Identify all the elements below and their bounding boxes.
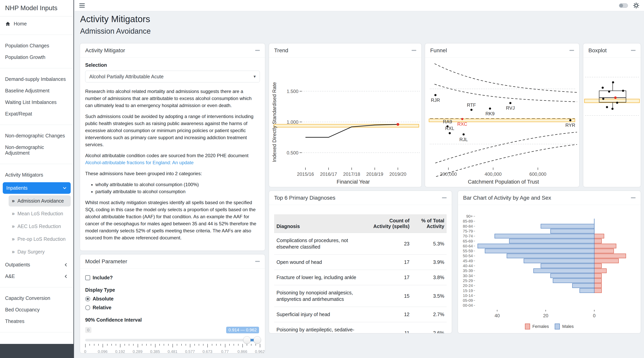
slider-tick	[160, 344, 160, 346]
svg-text:05-09: 05-09	[463, 298, 473, 303]
phe-document-link[interactable]: Alcohol-attributable fractions for Engla…	[85, 160, 194, 165]
slider-ticks: 00.0960.1920.2890.3850.4810.5770.6730.77…	[85, 344, 260, 353]
radio-relative[interactable]	[85, 305, 90, 310]
slider-tick	[260, 344, 260, 348]
svg-text:1.000: 1.000	[287, 119, 298, 125]
slider-tick	[203, 344, 204, 346]
diagnosis-cell: Poisoning by nonopioid analgesics, antip…	[274, 285, 369, 307]
slider-track[interactable]	[85, 339, 260, 341]
sidebar-divider	[0, 287, 74, 287]
svg-text:55-59: 55-59	[463, 249, 473, 253]
svg-text:0: 0	[593, 313, 596, 318]
sidebar-item-outpatients[interactable]: Outpatients	[0, 259, 74, 271]
slider-tick	[142, 344, 142, 346]
toggle-knob	[619, 4, 623, 7]
hamburger-menu-icon[interactable]	[79, 2, 85, 8]
model-parameter-card: Model Parameter Include? Display Type Ab…	[80, 255, 265, 353]
trend-chart: 0.5001.0001.5002015/162016/172017/182018…	[269, 57, 421, 187]
slider-tick	[207, 344, 208, 348]
collapse-icon[interactable]	[631, 50, 636, 51]
sidebar-divider	[0, 164, 74, 164]
svg-text:RK9: RK9	[486, 111, 494, 116]
sidebar-item-population-growth[interactable]: Population Growth	[0, 51, 74, 63]
sidebar-item-population-changes[interactable]: Population Changes	[0, 40, 74, 51]
card-title: Model Parameter	[85, 258, 127, 265]
collapse-icon[interactable]	[631, 197, 636, 198]
svg-text:2015/16: 2015/16	[297, 171, 314, 177]
table-row: Poisoning by nonopioid analgesics, antip…	[274, 285, 447, 307]
collapse-icon[interactable]	[255, 261, 260, 262]
sidebar-item-aec-los-reduction[interactable]: »AEC LoS Reduction	[8, 221, 71, 232]
slider-tick	[85, 344, 86, 348]
sidebar-item-bed-occupancy[interactable]: Bed Occupancy	[0, 304, 74, 316]
sidebar-item-home[interactable]: Home	[0, 18, 74, 29]
svg-text:25-29: 25-29	[463, 279, 473, 283]
pct-cell: 3.5%	[412, 285, 447, 307]
slider-tick-label: 0.192	[115, 350, 125, 353]
card-title: Bar Chart of Activity by Age and Sex	[463, 195, 551, 201]
svg-text:RJL: RJL	[459, 137, 468, 142]
svg-text:40-44: 40-44	[463, 264, 473, 268]
svg-text:Indexed Directly Standardised: Indexed Directly Standardised Rate	[272, 82, 277, 162]
slider-tick	[107, 344, 108, 346]
slider-tick	[238, 344, 238, 346]
slider-tick	[234, 344, 234, 346]
collapse-icon[interactable]	[412, 50, 416, 51]
collapse-icon[interactable]	[570, 50, 574, 51]
slider-tick	[212, 344, 212, 346]
diagnosis-cell: Complications of procedures, not elsewhe…	[274, 233, 369, 255]
sidebar-item-a-e[interactable]: A&E	[0, 271, 74, 282]
slider-handle-from[interactable]	[243, 336, 251, 344]
sidebar-item-demand-supply-imbalances[interactable]: Demand-supply Imbalances	[0, 73, 74, 85]
slider-tick	[94, 344, 94, 346]
slider-handle-to[interactable]	[254, 336, 261, 344]
slider-tick	[186, 344, 186, 346]
sidebar-item-inpatients[interactable]: Inpatients	[3, 182, 71, 194]
collapse-icon[interactable]	[442, 197, 447, 198]
slider-tick-label: 0.866	[238, 350, 247, 353]
sidebar-divider	[0, 125, 74, 125]
svg-text:40: 40	[494, 313, 500, 318]
svg-text:90+: 90+	[466, 214, 473, 218]
slider-tick	[172, 344, 173, 348]
sidebar-item-capacity-conversion[interactable]: Capacity Conversion	[0, 293, 74, 304]
card-title: Funnel	[430, 47, 447, 54]
slider-tick-label: 0.577	[185, 350, 195, 353]
svg-text:RXL: RXL	[445, 126, 454, 131]
sidebar: NHP Model Inputs HomePopulation ChangesP…	[0, 0, 74, 358]
pct-cell: 3.8%	[412, 270, 447, 285]
column-header: Diagnosis	[274, 214, 369, 233]
slider-tick	[102, 344, 103, 348]
sidebar-item-waiting-list-imbalances[interactable]: Waiting List Imbalances	[0, 96, 74, 108]
svg-text:75-79: 75-79	[463, 229, 473, 233]
svg-text:35-39: 35-39	[463, 269, 473, 273]
sidebar-item-admission-avoidance[interactable]: »Admission Avoidance	[8, 195, 71, 207]
sidebar-item-pre-op-los-reduction[interactable]: »Pre-op LoS Reduction	[8, 234, 71, 245]
include-checkbox[interactable]	[85, 275, 90, 280]
diagnosis-cell: Open wound of head	[274, 255, 369, 270]
slider-tick	[151, 344, 151, 346]
sidebar-item-theatres[interactable]: Theatres	[0, 316, 74, 327]
sidebar-item-non-demographic-adjustment[interactable]: Non-demographic Adjustment	[0, 141, 74, 159]
slider-tick	[229, 344, 230, 346]
table-row: Open wound of head173.9%	[274, 255, 447, 270]
column-header: % of Total Activity	[412, 214, 447, 233]
slider-tick	[216, 344, 216, 346]
slider-tick	[251, 344, 252, 346]
svg-text:10-14: 10-14	[463, 293, 473, 298]
mitigator-select[interactable]: Alcohol Partially Attributable Acute ▾	[85, 71, 260, 82]
sidebar-item-activity-mitigators[interactable]: Activity Mitigators	[0, 169, 74, 181]
sidebar-item-non-demographic-changes[interactable]: Non-demographic Changes	[0, 130, 74, 141]
radio-absolute[interactable]	[85, 296, 90, 302]
sidebar-item-expat-repat[interactable]: Expat/Repat	[0, 108, 74, 120]
page-subtitle: Admission Avoidance	[80, 27, 151, 35]
sidebar-item-baseline-adjustment[interactable]: Baseline Adjustment	[0, 85, 74, 96]
sidebar-item-mean-los-reduction[interactable]: »Mean LoS Reduction	[8, 208, 71, 219]
include-label: Include?	[92, 275, 113, 281]
slider-tick-label: 0	[84, 350, 86, 353]
dark-mode-toggle[interactable]	[619, 3, 628, 8]
collapse-icon[interactable]	[255, 50, 260, 51]
sidebar-item-day-surgery[interactable]: »Day Surgery	[8, 246, 71, 257]
caret-down-icon: ▾	[254, 74, 256, 79]
settings-gear-icon[interactable]	[633, 2, 639, 8]
